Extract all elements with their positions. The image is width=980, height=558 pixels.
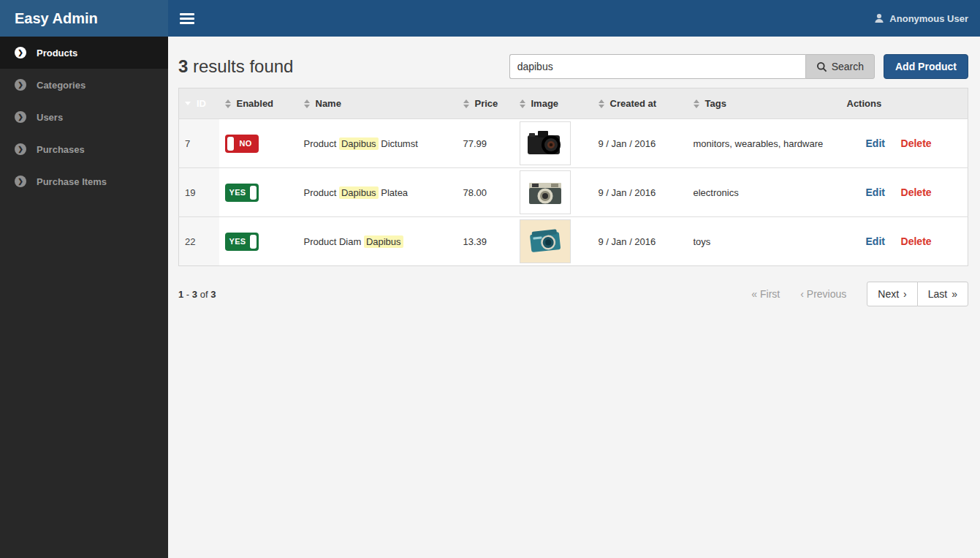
chevron-circle-right-icon: ❯ [15,176,26,187]
column-header-tags[interactable]: Tags [688,88,841,119]
pagination-next[interactable]: Next › [867,282,917,306]
cell-id: 7 [179,119,219,168]
sidebar-item-users[interactable]: ❯ Users [0,101,168,133]
search-match-highlight: Dapibus [339,186,379,199]
cell-created-at: 9 / Jan / 2016 [593,168,688,217]
delete-link[interactable]: Delete [901,235,932,247]
column-header-actions: Actions [841,88,968,119]
table-row: 22 YES Product Diam Dapibus 13.39 [179,217,968,266]
chevron-right-icon: › [903,288,907,300]
pagination: 1 - 3 of 3 « First ‹ Previous Next › Las [178,282,968,306]
user-label: Anonymous User [889,13,968,24]
cell-price: 13.39 [457,217,514,266]
double-chevron-left-icon: « [751,288,757,300]
chevron-circle-right-icon: ❯ [15,47,26,59]
double-chevron-right-icon: » [951,288,957,300]
app-logo: Easy Admin [0,0,168,37]
sort-carets-icon [463,99,469,108]
sidebar-item-label: Purchase Items [37,176,107,187]
results-count: 3 [178,56,188,76]
results-heading: 3 results found [178,56,293,77]
search-button[interactable]: Search [805,54,875,79]
search-button-label: Search [832,61,864,72]
enabled-toggle[interactable]: YES [225,184,259,202]
sort-carets-icon [304,99,310,108]
cell-created-at: 9 / Jan / 2016 [593,119,688,168]
magnifier-icon [816,61,827,72]
delete-link[interactable]: Delete [901,137,932,149]
topbar: Easy Admin Anonymous User [0,0,980,37]
pagination-last[interactable]: Last » [917,282,968,306]
pagination-info: 1 - 3 of 3 [178,289,216,300]
sidebar-item-label: Purchases [37,144,85,155]
sidebar-item-label: Products [37,48,77,59]
sidebar-item-categories[interactable]: ❯ Categories [0,69,168,101]
search-input[interactable] [509,54,805,79]
sidebar: ❯ Products ❯ Categories ❯ Users ❯ Purcha… [0,37,168,558]
sidebar-item-purchases[interactable]: ❯ Purchases [0,133,168,165]
cell-id: 19 [179,168,219,217]
search-match-highlight: Dapibus [364,235,403,248]
cell-name: Product Dapibus Dictumst [298,119,457,168]
chevron-circle-right-icon: ❯ [15,111,26,123]
cell-tags: monitors, wearables, hardware [688,119,841,168]
main-content: 3 results found Search Add Product [168,37,980,558]
products-table: ID Enabled Name Price [178,88,968,266]
enabled-toggle[interactable]: NO [225,135,259,153]
user-icon [874,13,884,23]
pagination-first: « First [751,288,780,300]
sidebar-item-products[interactable]: ❯ Products [0,37,168,69]
cell-id: 22 [179,217,219,266]
chevron-circle-right-icon: ❯ [15,143,26,155]
sort-carets-icon [599,99,604,108]
chevron-left-icon: ‹ [800,288,804,300]
delete-link[interactable]: Delete [901,186,932,198]
sort-carets-icon [694,99,699,108]
caret-down-icon [185,102,191,105]
sort-carets-icon [225,99,231,108]
column-header-created-at[interactable]: Created at [593,88,688,119]
topbar-main: Anonymous User [168,0,980,37]
edit-link[interactable]: Edit [866,137,885,149]
pagination-previous: ‹ Previous [800,288,846,300]
enabled-toggle[interactable]: YES [225,233,259,251]
cell-tags: toys [688,217,841,266]
product-photo[interactable] [520,170,571,214]
column-header-name[interactable]: Name [298,88,457,119]
sidebar-item-label: Categories [37,80,86,91]
edit-link[interactable]: Edit [866,235,885,247]
cell-price: 78.00 [457,168,514,217]
sort-carets-icon [520,99,525,108]
column-header-id[interactable]: ID [179,88,219,119]
column-header-price[interactable]: Price [457,88,514,119]
search-group: Search [509,54,875,79]
cell-name: Product Diam Dapibus [298,217,457,266]
results-text: results found [188,56,293,76]
column-header-image[interactable]: Image [514,88,593,119]
table-row: 19 YES Product Dapibus Platea 78.00 [179,168,968,217]
sidebar-item-purchase-items[interactable]: ❯ Purchase Items [0,165,168,197]
edit-link[interactable]: Edit [866,186,885,198]
sidebar-item-label: Users [37,112,63,123]
product-photo[interactable] [520,219,571,263]
search-match-highlight: Dapibus [339,137,379,150]
table-row: 7 NO Product Dapibus Dictumst 77.99 [179,119,968,168]
cell-name: Product Dapibus Platea [298,168,457,217]
cell-price: 77.99 [457,119,514,168]
cell-tags: electronics [688,168,841,217]
camera-vintage-image [523,174,567,211]
camera-compact-image [523,223,567,260]
menu-icon[interactable] [180,11,194,26]
add-product-button[interactable]: Add Product [884,54,968,79]
camera-dslr-image [523,125,567,162]
chevron-circle-right-icon: ❯ [15,79,26,91]
table-header-row: ID Enabled Name Price [179,88,968,119]
column-header-enabled[interactable]: Enabled [219,88,298,119]
product-photo[interactable] [520,121,571,165]
cell-created-at: 9 / Jan / 2016 [593,217,688,266]
user-menu[interactable]: Anonymous User [874,13,968,24]
